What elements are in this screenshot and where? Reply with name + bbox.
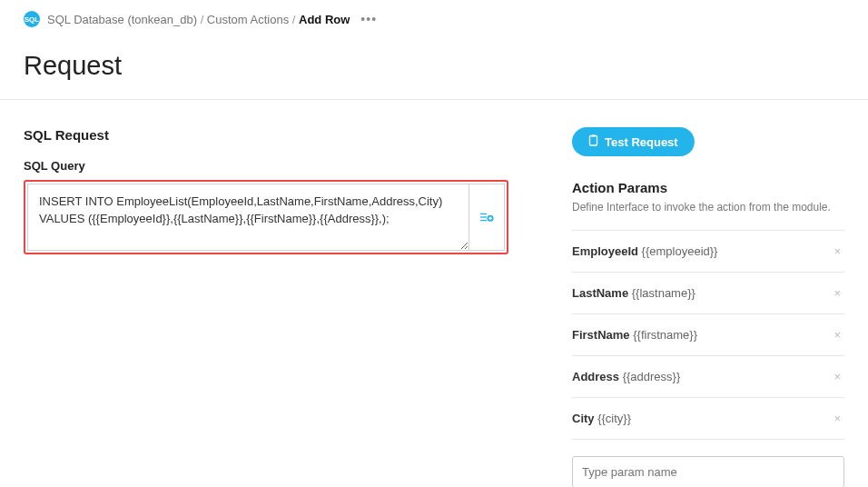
remove-param-button[interactable]: ×	[830, 284, 844, 302]
breadcrumb: SQL SQL Database (tonkean_db) / Custom A…	[0, 0, 868, 38]
breadcrumb-item[interactable]: Add Row	[299, 13, 350, 26]
param-name: City	[572, 412, 597, 425]
param-label: LastName {{lastname}}	[572, 286, 695, 300]
params-title: Action Params	[572, 180, 844, 195]
sql-query-input[interactable]	[27, 184, 469, 251]
param-row[interactable]: City {{city}}×	[572, 398, 844, 440]
sql-database-icon: SQL	[24, 11, 40, 27]
param-name: Address	[572, 370, 623, 383]
param-token: {{firstname}}	[633, 328, 697, 342]
params-list: EmployeeId {{employeeid}}×LastName {{las…	[572, 230, 844, 440]
svg-rect-7	[592, 135, 596, 137]
query-highlight-box	[24, 180, 508, 254]
param-label: EmployeeId {{employeeid}}	[572, 244, 717, 258]
new-param-input[interactable]	[572, 456, 844, 487]
insert-param-icon	[479, 210, 494, 224]
close-icon: ×	[833, 244, 841, 258]
right-column: Test Request Action Params Define Interf…	[572, 127, 844, 487]
breadcrumb-separator: /	[197, 13, 207, 26]
close-icon: ×	[833, 412, 841, 425]
query-label: SQL Query	[24, 159, 508, 173]
params-description: Define Interface to invoke the action fr…	[572, 201, 844, 214]
close-icon: ×	[833, 370, 841, 383]
main-content: SQL Request SQL Query	[0, 100, 868, 487]
remove-param-button[interactable]: ×	[830, 326, 844, 343]
more-options-icon[interactable]: •••	[360, 12, 377, 26]
close-icon: ×	[833, 328, 841, 342]
param-label: FirstName {{firstname}}	[572, 328, 697, 342]
param-row[interactable]: FirstName {{firstname}}×	[572, 314, 844, 356]
breadcrumb-separator: /	[289, 13, 299, 26]
param-label: City {{city}}	[572, 412, 631, 425]
page-title: Request	[0, 38, 868, 99]
param-row[interactable]: LastName {{lastname}}×	[572, 273, 844, 314]
test-request-label: Test Request	[605, 135, 678, 149]
param-token: {{employeeid}}	[642, 244, 718, 258]
param-row[interactable]: Address {{address}}×	[572, 356, 844, 398]
insert-param-button[interactable]	[469, 184, 505, 251]
breadcrumb-item[interactable]: SQL Database (tonkean_db)	[47, 13, 197, 26]
clipboard-icon	[588, 134, 598, 149]
param-name: LastName	[572, 286, 632, 300]
section-title: SQL Request	[24, 127, 508, 143]
left-column: SQL Request SQL Query	[24, 127, 508, 487]
param-token: {{city}}	[597, 412, 631, 425]
svg-rect-6	[590, 136, 597, 146]
remove-param-button[interactable]: ×	[830, 410, 844, 427]
param-label: Address {{address}}	[572, 370, 680, 383]
remove-param-button[interactable]: ×	[830, 243, 844, 260]
breadcrumb-item[interactable]: Custom Actions	[207, 13, 289, 26]
param-name: FirstName	[572, 328, 633, 342]
param-token: {{lastname}}	[632, 286, 695, 300]
param-name: EmployeeId	[572, 244, 642, 258]
param-token: {{address}}	[623, 370, 681, 383]
close-icon: ×	[833, 286, 841, 300]
param-row[interactable]: EmployeeId {{employeeid}}×	[572, 230, 844, 273]
test-request-button[interactable]: Test Request	[572, 127, 695, 156]
remove-param-button[interactable]: ×	[830, 368, 844, 385]
